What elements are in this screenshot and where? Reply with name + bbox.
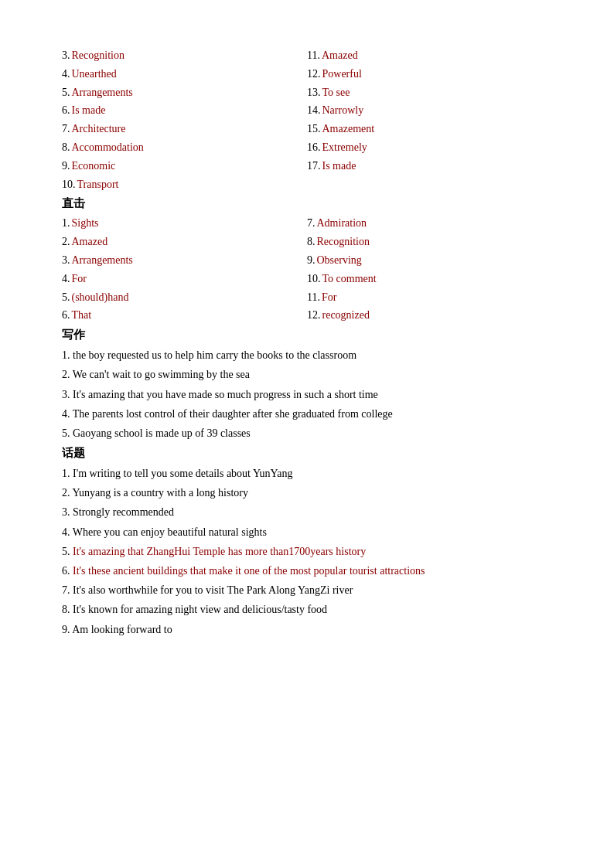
list-item: 9.Economic xyxy=(62,157,307,175)
page-content: 3.Recognition4.Unearthed5.Arrangements6.… xyxy=(62,46,552,639)
list-item: 3.Recognition xyxy=(62,46,307,65)
writing-item: 4. The parents lost control of their dau… xyxy=(62,404,552,424)
zhiji-section: 1.Sights2.Amazed3.Arrangements4.For5.(sh… xyxy=(62,214,552,325)
zhiji-heading: 直击 xyxy=(62,196,552,211)
writing-item: 3. It's amazing that you have made so mu… xyxy=(62,385,552,404)
list-item: 6.That xyxy=(62,306,307,325)
list-item: 13.To see xyxy=(307,83,552,102)
writing-item: 5. Gaoyang school is made up of 39 class… xyxy=(62,424,552,443)
writing-item: 2. We can't wait to go swimming by the s… xyxy=(62,365,552,384)
col-right-zhiji: 7.Admiration8.Recognition9.Observing10.T… xyxy=(307,214,552,325)
topic-item: 9. Am looking forward to xyxy=(62,620,552,639)
col-left-zhiji: 1.Sights2.Amazed3.Arrangements4.For5.(sh… xyxy=(62,214,307,325)
col-left-zhiji-top: 3.Recognition4.Unearthed5.Arrangements6.… xyxy=(62,46,307,193)
topic-item: 6. It's these ancient buildings that mak… xyxy=(62,561,552,580)
list-item: 17.Is made xyxy=(307,157,552,175)
list-item: 9.Observing xyxy=(307,251,552,270)
list-item: 7.Architecture xyxy=(62,120,307,138)
list-item: 5.(should)hand xyxy=(62,288,307,307)
list-item: 16.Extremely xyxy=(307,138,552,157)
list-item: 11.Amazed xyxy=(307,46,552,65)
topic-item: 1. I'm writing to tell you some details … xyxy=(62,464,552,483)
topic-item: 5. It's amazing that ZhangHui Temple has… xyxy=(62,542,552,561)
zhiji-top-section: 3.Recognition4.Unearthed5.Arrangements6.… xyxy=(62,46,552,193)
col-right-zhiji-top: 11.Amazed12.Powerful13.To see14.Narrowly… xyxy=(307,46,552,193)
list-item: 2.Amazed xyxy=(62,233,307,251)
list-item: 4.For xyxy=(62,270,307,288)
topic-item: 4. Where you can enjoy beautiful natural… xyxy=(62,523,552,542)
topic-item: 3. Strongly recommended xyxy=(62,502,552,522)
list-item: 15.Amazement xyxy=(307,120,552,138)
list-item: 11.For xyxy=(307,288,552,307)
xiezuo-section: 1. the boy requested us to help him carr… xyxy=(62,345,552,443)
list-item: 10.Transport xyxy=(62,175,307,194)
list-item: 8.Recognition xyxy=(307,233,552,251)
list-item: 4.Unearthed xyxy=(62,65,307,83)
list-item: 7.Admiration xyxy=(307,214,552,233)
list-item: 12.recognized xyxy=(307,306,552,325)
topic-item: 7. It's also worthwhile for you to visit… xyxy=(62,580,552,600)
list-item: 8.Accommodation xyxy=(62,138,307,157)
huati-heading: 话题 xyxy=(62,446,552,461)
list-item: 12.Powerful xyxy=(307,65,552,83)
huati-section: 1. I'm writing to tell you some details … xyxy=(62,464,552,639)
writing-item: 1. the boy requested us to help him carr… xyxy=(62,345,552,365)
list-item: 5.Arrangements xyxy=(62,83,307,102)
list-item: 10.To comment xyxy=(307,270,552,288)
list-item: 1.Sights xyxy=(62,214,307,233)
xiezuo-heading: 写作 xyxy=(62,328,552,342)
list-item: 3.Arrangements xyxy=(62,251,307,270)
topic-item: 8. It's known for amazing night view and… xyxy=(62,600,552,619)
topic-item: 2. Yunyang is a country with a long hist… xyxy=(62,483,552,502)
list-item: 14.Narrowly xyxy=(307,101,552,120)
list-item: 6.Is made xyxy=(62,101,307,120)
